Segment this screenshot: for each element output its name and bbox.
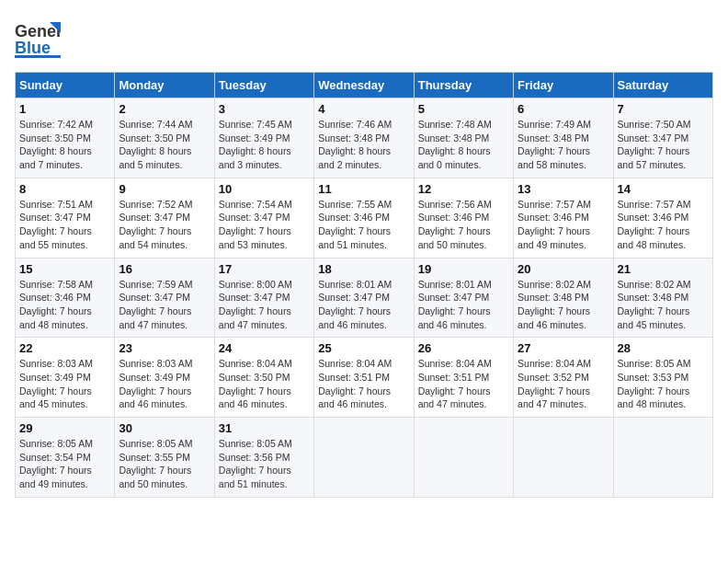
header-cell-sunday: Sunday [16,73,115,98]
day-number: 13 [518,182,609,196]
day-number: 7 [618,102,709,116]
calendar-cell [314,418,414,498]
calendar-cell: 21Sunrise: 8:02 AMSunset: 3:48 PMDayligh… [613,258,712,338]
day-info: Sunrise: 8:03 AMSunset: 3:49 PMDaylight:… [19,358,93,409]
calendar-week-1: 1Sunrise: 7:42 AMSunset: 3:50 PMDaylight… [16,98,713,178]
day-info: Sunrise: 8:04 AMSunset: 3:51 PMDaylight:… [318,358,392,409]
day-info: Sunrise: 8:05 AMSunset: 3:56 PMDaylight:… [219,438,292,489]
day-number: 30 [119,421,210,435]
calendar-cell: 2Sunrise: 7:44 AMSunset: 3:50 PMDaylight… [115,98,214,178]
day-info: Sunrise: 8:03 AMSunset: 3:49 PMDaylight:… [119,358,192,409]
day-number: 14 [618,182,709,196]
calendar-cell: 10Sunrise: 7:54 AMSunset: 3:47 PMDayligh… [214,178,313,258]
day-info: Sunrise: 7:45 AMSunset: 3:49 PMDaylight:… [219,119,292,170]
calendar-cell: 3Sunrise: 7:45 AMSunset: 3:49 PMDaylight… [214,98,313,178]
day-number: 12 [418,182,509,196]
calendar-cell: 30Sunrise: 8:05 AMSunset: 3:55 PMDayligh… [115,418,214,498]
day-number: 3 [219,102,310,116]
day-number: 16 [119,262,210,276]
day-info: Sunrise: 8:01 AMSunset: 3:47 PMDaylight:… [318,279,392,330]
calendar-cell: 19Sunrise: 8:01 AMSunset: 3:47 PMDayligh… [414,258,513,338]
day-number: 26 [418,341,509,355]
day-number: 24 [219,341,310,355]
header-cell-wednesday: Wednesday [314,73,414,98]
day-info: Sunrise: 7:44 AMSunset: 3:50 PMDaylight:… [119,119,192,170]
calendar-week-4: 22Sunrise: 8:03 AMSunset: 3:49 PMDayligh… [16,338,713,418]
calendar-cell: 1Sunrise: 7:42 AMSunset: 3:50 PMDaylight… [16,98,115,178]
calendar-cell: 27Sunrise: 8:04 AMSunset: 3:52 PMDayligh… [514,338,613,418]
day-info: Sunrise: 8:05 AMSunset: 3:54 PMDaylight:… [19,438,93,489]
calendar-cell: 31Sunrise: 8:05 AMSunset: 3:56 PMDayligh… [214,418,313,498]
day-info: Sunrise: 8:05 AMSunset: 3:55 PMDaylight:… [119,438,192,489]
day-info: Sunrise: 7:52 AMSunset: 3:47 PMDaylight:… [119,199,192,250]
day-number: 28 [618,341,709,355]
calendar-cell: 9Sunrise: 7:52 AMSunset: 3:47 PMDaylight… [115,178,214,258]
calendar-cell: 25Sunrise: 8:04 AMSunset: 3:51 PMDayligh… [314,338,414,418]
calendar-cell: 24Sunrise: 8:04 AMSunset: 3:50 PMDayligh… [214,338,313,418]
day-number: 25 [318,341,409,355]
calendar-cell: 14Sunrise: 7:57 AMSunset: 3:46 PMDayligh… [613,178,712,258]
day-number: 21 [618,262,709,276]
day-number: 15 [19,262,110,276]
day-number: 1 [19,102,110,116]
day-number: 10 [219,182,310,196]
day-number: 22 [19,341,110,355]
day-info: Sunrise: 8:04 AMSunset: 3:51 PMDaylight:… [418,358,492,409]
day-info: Sunrise: 7:57 AMSunset: 3:46 PMDaylight:… [618,199,691,250]
day-number: 9 [119,182,210,196]
day-number: 4 [318,102,409,116]
logo: General Blue [15,15,64,64]
day-number: 19 [418,262,509,276]
logo-icon: General Blue [15,15,61,64]
day-number: 29 [19,421,110,435]
header-cell-tuesday: Tuesday [214,73,313,98]
day-number: 31 [219,421,310,435]
day-number: 17 [219,262,310,276]
calendar-cell: 26Sunrise: 8:04 AMSunset: 3:51 PMDayligh… [414,338,513,418]
calendar-cell [613,418,712,498]
header-cell-saturday: Saturday [613,73,712,98]
day-info: Sunrise: 8:02 AMSunset: 3:48 PMDaylight:… [618,279,691,330]
calendar-cell: 23Sunrise: 8:03 AMSunset: 3:49 PMDayligh… [115,338,214,418]
day-info: Sunrise: 7:56 AMSunset: 3:46 PMDaylight:… [418,199,492,250]
day-info: Sunrise: 8:04 AMSunset: 3:52 PMDaylight:… [518,358,591,409]
day-number: 6 [518,102,609,116]
header-cell-thursday: Thursday [414,73,513,98]
calendar-week-2: 8Sunrise: 7:51 AMSunset: 3:47 PMDaylight… [16,178,713,258]
day-info: Sunrise: 7:42 AMSunset: 3:50 PMDaylight:… [19,119,93,170]
day-info: Sunrise: 7:57 AMSunset: 3:46 PMDaylight:… [518,199,591,250]
day-info: Sunrise: 8:01 AMSunset: 3:47 PMDaylight:… [418,279,492,330]
day-info: Sunrise: 7:54 AMSunset: 3:47 PMDaylight:… [219,199,292,250]
calendar-cell: 20Sunrise: 8:02 AMSunset: 3:48 PMDayligh… [514,258,613,338]
day-info: Sunrise: 8:00 AMSunset: 3:47 PMDaylight:… [219,279,292,330]
calendar-body: 1Sunrise: 7:42 AMSunset: 3:50 PMDaylight… [16,98,713,498]
calendar-cell: 18Sunrise: 8:01 AMSunset: 3:47 PMDayligh… [314,258,414,338]
calendar-week-5: 29Sunrise: 8:05 AMSunset: 3:54 PMDayligh… [16,418,713,498]
day-number: 18 [318,262,409,276]
day-info: Sunrise: 7:51 AMSunset: 3:47 PMDaylight:… [19,199,93,250]
day-number: 5 [418,102,509,116]
svg-text:Blue: Blue [15,39,51,57]
calendar-cell: 17Sunrise: 8:00 AMSunset: 3:47 PMDayligh… [214,258,313,338]
day-info: Sunrise: 7:50 AMSunset: 3:47 PMDaylight:… [618,119,691,170]
header-cell-monday: Monday [115,73,214,98]
day-number: 11 [318,182,409,196]
calendar-cell: 11Sunrise: 7:55 AMSunset: 3:46 PMDayligh… [314,178,414,258]
calendar-cell [514,418,613,498]
day-info: Sunrise: 7:59 AMSunset: 3:47 PMDaylight:… [119,279,192,330]
calendar-cell: 29Sunrise: 8:05 AMSunset: 3:54 PMDayligh… [16,418,115,498]
day-number: 8 [19,182,110,196]
day-info: Sunrise: 8:05 AMSunset: 3:53 PMDaylight:… [618,358,691,409]
calendar-cell: 13Sunrise: 7:57 AMSunset: 3:46 PMDayligh… [514,178,613,258]
calendar-cell: 22Sunrise: 8:03 AMSunset: 3:49 PMDayligh… [16,338,115,418]
calendar-header-row: SundayMondayTuesdayWednesdayThursdayFrid… [16,73,713,98]
calendar-cell: 6Sunrise: 7:49 AMSunset: 3:48 PMDaylight… [514,98,613,178]
day-info: Sunrise: 8:02 AMSunset: 3:48 PMDaylight:… [518,279,591,330]
calendar-cell: 16Sunrise: 7:59 AMSunset: 3:47 PMDayligh… [115,258,214,338]
header: General Blue [15,15,713,64]
calendar-cell: 28Sunrise: 8:05 AMSunset: 3:53 PMDayligh… [613,338,712,418]
calendar-cell: 15Sunrise: 7:58 AMSunset: 3:46 PMDayligh… [16,258,115,338]
day-number: 2 [119,102,210,116]
calendar-cell: 4Sunrise: 7:46 AMSunset: 3:48 PMDaylight… [314,98,414,178]
day-number: 27 [518,341,609,355]
